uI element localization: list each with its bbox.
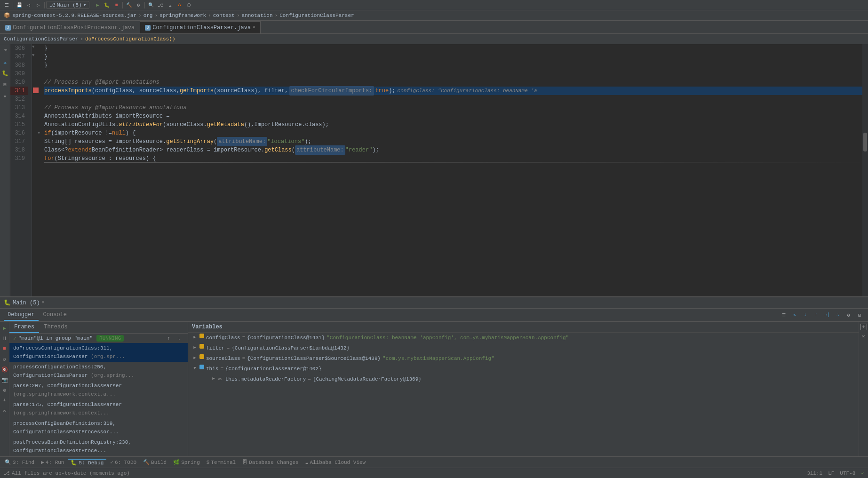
breadcrumb-class[interactable]: ConfigurationClassParser [279, 13, 354, 18]
bottom-tab-build[interactable]: 🔨 Build [140, 459, 169, 465]
var-item-this[interactable]: ▼ this = {ConfigurationClassParser@1402} [188, 364, 859, 374]
tab-threads[interactable]: Threads [39, 322, 72, 333]
var-expand-filter[interactable]: ▶ [192, 345, 198, 351]
cloud-icon[interactable]: ☁ [166, 1, 174, 9]
breadcrumb-context[interactable]: context [213, 13, 235, 18]
line-separator[interactable]: LF [828, 470, 834, 476]
bottom-tab-db-changes[interactable]: 🗄 Database Changes [239, 459, 302, 465]
var-expand-configClass[interactable]: ▶ [192, 335, 198, 340]
step-over-icon[interactable]: ↷ [791, 311, 798, 319]
code-breadcrumb-class[interactable]: ConfigurationClassParser [4, 36, 78, 42]
cursor-position[interactable]: 311:1 [807, 470, 822, 476]
up-icon[interactable]: ↑ [165, 335, 173, 342]
var-item-sourceClass[interactable]: ▶ sourceClass = {ConfigurationClassParse… [188, 353, 859, 364]
bottom-tab-spring[interactable]: 🌿 Spring [170, 459, 203, 465]
tab-console[interactable]: Console [40, 310, 71, 321]
frame-item-5[interactable]: postProcessBeanDefinitionRegistry:230, C… [9, 437, 188, 456]
plugin-icon[interactable]: ⬡ [185, 1, 192, 9]
var-item-configClass[interactable]: ▶ configClass = {ConfigurationClass@1431… [188, 333, 859, 343]
bottom-tab-find[interactable]: 🔍 3: Find [2, 459, 37, 465]
tab-close-2[interactable]: × [253, 25, 255, 30]
down-icon[interactable]: ↓ [175, 335, 183, 342]
infinity-var-icon[interactable]: ∞ [860, 332, 868, 341]
forward-icon[interactable]: ▷ [34, 1, 42, 9]
frame-item-1[interactable]: processConfigurationClass:250, Configura… [9, 362, 188, 381]
bottom-tab-todo[interactable]: ✓ 6: TODO [107, 459, 139, 465]
breadcrumb-org[interactable]: org [143, 13, 153, 18]
stop-icon[interactable]: ■ [112, 1, 120, 9]
toolbar-separator-2 [44, 2, 45, 8]
bottom-tab-run[interactable]: ▶ 4: Run [38, 459, 67, 465]
var-item-metadataReaderFactory[interactable]: ▶ ∞ this.metadataReaderFactory = {Cachin… [198, 374, 859, 384]
fold-arrow-316[interactable]: ▼ [38, 129, 40, 137]
stop-debug-icon[interactable]: ■ [0, 344, 9, 353]
fold-arrow-306[interactable]: ▼ [32, 44, 38, 50]
code-breadcrumb: ConfigurationClassParser › doProcessConf… [0, 34, 868, 44]
tab-debugger-label: Debugger [8, 311, 35, 318]
debug-panel: 🐛 Main (5) × Debugger Console ≡ ↷ ↓ [0, 296, 868, 456]
tab-post-processor[interactable]: J ConfigurationClassPostProcessor.java [0, 21, 140, 33]
mute-icon[interactable]: 🔇 [0, 365, 9, 374]
debug-run-icon[interactable]: 🐛 [103, 1, 111, 9]
var-item-filter[interactable]: ▶ filter = {ConfigurationClassParser$lam… [188, 343, 859, 353]
bottom-tab-terminal[interactable]: $ Terminal [204, 460, 239, 465]
vertical-scrollbar[interactable] [862, 44, 868, 296]
breadcrumb-springframework[interactable]: springframework [159, 13, 206, 18]
evaluate-icon[interactable]: ≈ [834, 311, 842, 319]
add-variable-btn[interactable]: + [860, 324, 867, 330]
tab-debugger[interactable]: Debugger [4, 310, 39, 321]
cloud-explorer-icon[interactable]: ☁ [1, 57, 9, 66]
infinity-icon[interactable]: ∞ [0, 406, 9, 415]
resume-icon[interactable]: ▶ [0, 324, 9, 332]
breakpoint-marker-311[interactable] [33, 88, 39, 93]
camera-icon[interactable]: 📷 [0, 375, 9, 384]
tab-parser[interactable]: J ConfigurationClassParser.java × [140, 21, 261, 33]
add-watch-icon[interactable]: + [0, 396, 9, 405]
code-editor[interactable]: P ☁ 🐛 ⊞ ★ 306 307 308 309 310 311 312 31… [0, 44, 868, 296]
project-icon[interactable]: P [1, 46, 9, 55]
pause-icon[interactable]: ⏸ [0, 334, 9, 343]
restore-layout-icon[interactable]: ≡ [780, 311, 788, 319]
restart-icon[interactable]: ↺ [0, 355, 9, 363]
structure-icon[interactable]: ⊞ [1, 80, 9, 88]
inspect-icon[interactable]: ⚙ [135, 1, 142, 9]
menu-icon[interactable]: ☰ [3, 1, 10, 9]
encoding[interactable]: UTF-8 [840, 470, 855, 476]
code-content[interactable]: ▼ ▼ } } [32, 44, 868, 296]
back-icon[interactable]: ◁ [25, 1, 32, 9]
layout-icon[interactable]: ⊡ [856, 311, 863, 319]
bottom-tab-debug[interactable]: 🐛 5: Debug [68, 459, 106, 466]
scrollbar-thumb[interactable] [863, 133, 867, 151]
var-expand-metadata[interactable]: ▶ [211, 376, 216, 382]
frame-item-4[interactable]: processConfigBeanDefinitions:319, Config… [9, 418, 188, 437]
debug-session-tab[interactable]: 🐛 Main (5) × [4, 299, 45, 306]
code-breadcrumb-method[interactable]: doProcessConfigurationClass() [85, 36, 175, 42]
save-icon[interactable]: 💾 [16, 1, 23, 9]
var-expand-sourceClass[interactable]: ▶ [192, 355, 198, 361]
alibaba-icon[interactable]: A [175, 1, 183, 9]
frame-item-2[interactable]: parse:207, ConfigurationClassParser (org… [9, 381, 188, 399]
breadcrumb-annotation[interactable]: annotation [242, 13, 273, 18]
run-to-cursor-icon[interactable]: →| [823, 311, 831, 319]
settings-icon[interactable]: ⚙ [0, 386, 9, 394]
breadcrumb-jar[interactable]: 📦 [4, 12, 10, 18]
favorites-icon[interactable]: ★ [1, 91, 9, 100]
git-icon[interactable]: ⎇ [157, 1, 164, 9]
frames-panel: Frames Threads ✓ "main"@1 in group "main… [9, 322, 188, 456]
search-icon[interactable]: 🔍 [147, 1, 155, 9]
debug-session-close[interactable]: × [42, 300, 45, 305]
bottom-tab-alibaba[interactable]: ☁ Alibaba Cloud View [303, 459, 368, 465]
frame-item-0[interactable]: doProcessConfigurationClass:311, Configu… [9, 343, 188, 362]
fold-arrow-307[interactable]: ▼ [32, 53, 38, 58]
debug-icon-left[interactable]: 🐛 [1, 69, 9, 77]
step-into-icon[interactable]: ↓ [802, 311, 809, 319]
settings-debug-icon[interactable]: ⚙ [845, 311, 852, 319]
run-icon[interactable]: ▶ [94, 1, 101, 9]
breadcrumb-jar-name[interactable]: spring-context-5.2.9.RELEASE-sources.jar [12, 13, 136, 18]
step-out-icon[interactable]: ↑ [812, 311, 820, 319]
build-icon[interactable]: 🔨 [125, 1, 133, 9]
frame-item-3[interactable]: parse:175, ConfigurationClassParser (org… [9, 399, 188, 418]
tab-frames[interactable]: Frames [9, 322, 39, 333]
branch-selector[interactable]: ⎇ Main (5) ▾ [46, 1, 89, 9]
var-expand-this[interactable]: ▼ [192, 366, 198, 371]
